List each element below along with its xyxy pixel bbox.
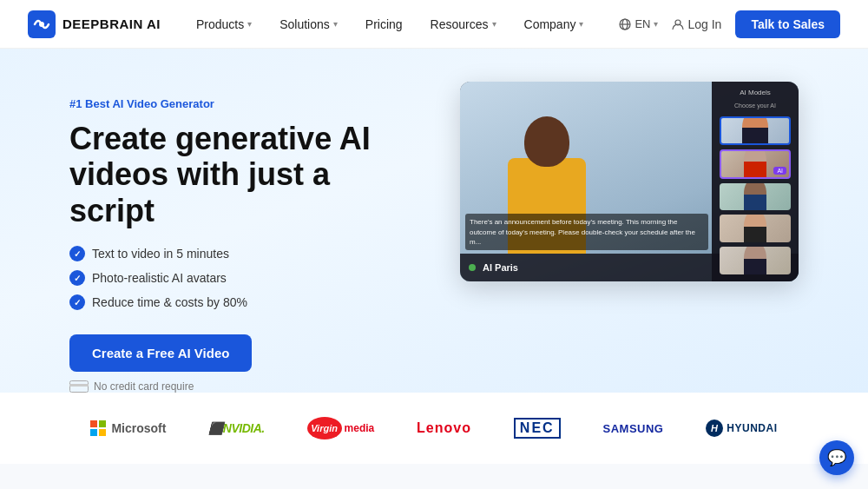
- hyundai-logo: H HYUNDAI: [706, 420, 777, 437]
- create-free-video-button[interactable]: Create a Free AI Video: [69, 334, 252, 372]
- nav-solutions[interactable]: Solutions ▾: [279, 17, 338, 31]
- avatar-thumb-3[interactable]: [720, 183, 791, 211]
- nav-actions: EN ▾ Log In Talk to Sales: [619, 10, 840, 38]
- virgin-logo: Virgin media: [307, 417, 375, 439]
- lenovo-logo: Lenovo: [417, 420, 471, 436]
- logo-text: DEEPBRAIN AI: [62, 17, 161, 31]
- credit-card-icon: [69, 380, 89, 393]
- avatar-thumb-2[interactable]: AI: [720, 149, 791, 178]
- feature-item: Text to video in 5 minutes: [69, 246, 399, 261]
- virgin-circle: Virgin: [307, 417, 342, 439]
- svg-point-1: [39, 22, 44, 27]
- video-preview: There's an announcement before today's m…: [460, 82, 799, 281]
- hero-badge: #1 Best AI Video Generator: [69, 97, 399, 110]
- hero-features: Text to video in 5 minutes Photo-realist…: [69, 246, 399, 310]
- language-selector[interactable]: EN ▾: [619, 17, 658, 30]
- navbar: DEEPBRAIN AI Products ▾ Solutions ▾ Pric…: [0, 0, 868, 49]
- hero-content: #1 Best AI Video Generator Create genera…: [69, 90, 399, 393]
- ms-grid-icon: [90, 420, 106, 436]
- avatar-head: [524, 116, 569, 167]
- login-link[interactable]: Log In: [672, 17, 721, 31]
- nvidia-logo: ⬛NVIDIA.: [208, 421, 264, 435]
- chat-icon: 💬: [827, 448, 846, 467]
- bottom-section: Training and How to Videos It's all abou…: [0, 464, 868, 489]
- video-subtitle: There's an announcement before today's m…: [465, 214, 708, 250]
- chevron-down-icon: ▾: [333, 19, 338, 29]
- talk-to-sales-button[interactable]: Talk to Sales: [735, 10, 840, 38]
- premium-badge: AI: [773, 167, 786, 175]
- check-icon: [69, 246, 85, 261]
- hero-section: #1 Best AI Video Generator Create genera…: [0, 49, 868, 393]
- nav-products[interactable]: Products ▾: [196, 17, 252, 31]
- nav-links: Products ▾ Solutions ▾ Pricing Resources…: [196, 17, 583, 31]
- avatar-thumb-4[interactable]: [720, 215, 791, 242]
- partner-logos: Microsoft ⬛NVIDIA. Virgin media Lenovo N…: [0, 393, 868, 464]
- svg-rect-7: [69, 384, 89, 387]
- hero-title: Create generative AI videos with just a …: [69, 121, 399, 228]
- nav-pricing[interactable]: Pricing: [365, 17, 403, 31]
- feature-item: Reduce time & costs by 80%: [69, 294, 399, 310]
- feature-item: Photo-realistic AI avatars: [69, 270, 399, 286]
- microsoft-logo: Microsoft: [90, 420, 166, 436]
- no-card-notice: No credit card require: [69, 380, 399, 393]
- logo[interactable]: DEEPBRAIN AI: [28, 10, 161, 38]
- nec-logo: NEC: [514, 418, 561, 439]
- chat-widget-button[interactable]: 💬: [819, 440, 854, 475]
- avatar-thumb-1[interactable]: [720, 116, 791, 145]
- play-dot: [469, 264, 476, 271]
- check-icon: [69, 270, 85, 286]
- chevron-down-icon: ▾: [492, 19, 496, 29]
- nav-resources[interactable]: Resources ▾: [431, 17, 496, 31]
- globe-icon: [619, 18, 631, 30]
- person-icon: [672, 18, 684, 30]
- check-icon: [69, 294, 85, 310]
- deepbrain-logo-icon: [28, 10, 56, 38]
- chevron-down-icon: ▾: [654, 19, 658, 29]
- chevron-down-icon: ▾: [247, 19, 252, 29]
- avatar-name-label: AI Paris: [483, 262, 518, 273]
- nav-company[interactable]: Company ▾: [524, 17, 584, 31]
- choose-label: Choose your AI: [734, 102, 776, 109]
- avatar-thumb-5[interactable]: [720, 247, 791, 274]
- chevron-down-icon: ▾: [579, 19, 583, 29]
- hyundai-h-icon: H: [706, 420, 723, 437]
- samsung-logo: SAMSUNG: [603, 422, 664, 435]
- panel-title: AI Models: [740, 89, 771, 96]
- ai-models-panel: AI Models Choose your AI AI: [712, 82, 799, 281]
